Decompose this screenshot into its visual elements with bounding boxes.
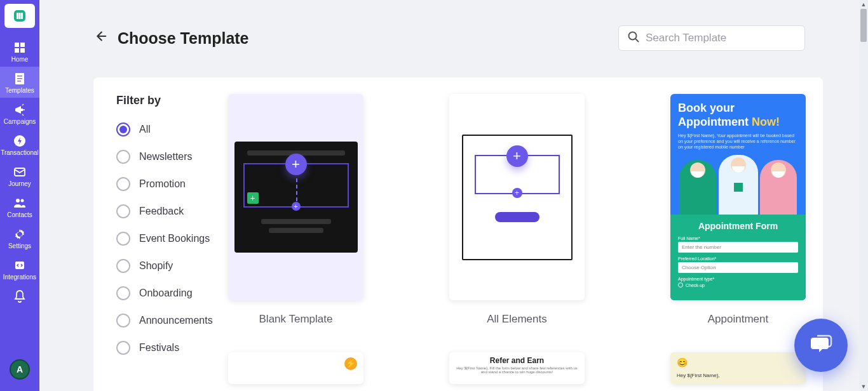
radio-icon: [116, 204, 130, 218]
logo-icon: [12, 8, 27, 23]
scrollbar[interactable]: ▲ ▼: [859, 0, 868, 391]
appointment-sub: Hey ${First Name}, Your appointment will…: [678, 133, 798, 150]
svg-point-18: [629, 32, 637, 40]
nav-integrations[interactable]: Integrations: [0, 253, 39, 284]
chat-fab[interactable]: [794, 319, 848, 372]
bell-icon: [13, 289, 27, 303]
filter-option-festivals[interactable]: Festivals: [116, 341, 226, 355]
svg-rect-3: [21, 13, 23, 19]
templates-icon: [13, 72, 27, 86]
search-input[interactable]: [618, 25, 805, 51]
radio-icon: [116, 259, 130, 273]
template-card-partial-3[interactable]: 😊 Hey ${First Name},: [670, 352, 806, 384]
nav-notifications[interactable]: [0, 284, 39, 305]
avatar-initial: A: [17, 364, 23, 374]
template-card-blank[interactable]: + + +: [228, 94, 363, 300]
template-card-all-elements[interactable]: + +: [449, 94, 585, 300]
emoji-hey: Hey ${First Name},: [677, 373, 799, 378]
radio-icon: [116, 341, 130, 355]
svg-rect-1: [17, 13, 18, 19]
svg-rect-2: [19, 13, 21, 19]
appointment-illustration: [678, 152, 798, 215]
gear-icon: [13, 227, 27, 241]
filter-option-feedback[interactable]: Feedback: [116, 204, 226, 218]
template-card-partial-1[interactable]: ⚡: [228, 352, 363, 384]
svg-rect-7: [20, 48, 25, 53]
app-logo[interactable]: [4, 4, 35, 28]
filter-option-all[interactable]: All: [116, 123, 226, 136]
svg-rect-4: [15, 43, 19, 47]
template-grid: + + + Blank Template: [226, 94, 806, 391]
radio-icon: [116, 177, 130, 191]
refer-title: Refer and Earn: [454, 356, 580, 365]
refer-sub: Hey ${First Name}, Fill the form below a…: [454, 366, 580, 374]
plus-tiny-icon: +: [512, 188, 522, 198]
appointment-form-title: Appointment Form: [678, 221, 798, 231]
nav-transactional-label: Transactional: [1, 149, 39, 156]
template-title: Blank Template: [259, 313, 333, 326]
envelope-icon: [13, 165, 27, 179]
nav-contacts-label: Contacts: [7, 211, 32, 218]
nav-integrations-label: Integrations: [3, 274, 36, 281]
appointment-heading1: Book your: [678, 102, 798, 116]
filter-option-shopify[interactable]: Shopify: [116, 259, 226, 273]
nav-journey-label: Journey: [8, 180, 31, 187]
radio-icon: [116, 286, 130, 300]
content-panel: Filter by All Newsletters Promotion Feed…: [93, 77, 823, 391]
nav-settings-label: Settings: [8, 242, 31, 249]
filter-option-announcements[interactable]: Announcements: [116, 314, 226, 328]
nav-home[interactable]: Home: [0, 36, 39, 67]
radio-icon: [116, 123, 130, 136]
template-title: All Elements: [487, 313, 546, 326]
svg-point-16: [21, 199, 24, 202]
bolt-icon: [13, 134, 27, 148]
plus-icon: +: [506, 145, 528, 167]
plus-icon: +: [285, 154, 307, 175]
plus-small-icon: +: [247, 192, 259, 204]
nav-journey[interactable]: Journey: [0, 160, 39, 191]
integrations-icon: [13, 258, 27, 272]
nav-settings[interactable]: Settings: [0, 222, 39, 253]
filter-option-newsletters[interactable]: Newsletters: [116, 150, 226, 164]
filter-title: Filter by: [116, 94, 226, 107]
template-card-appointment[interactable]: Book your Appointment Now! Hey ${First N…: [670, 94, 806, 300]
svg-rect-10: [17, 78, 22, 79]
search-icon: [627, 30, 640, 46]
svg-rect-12: [21, 109, 23, 111]
bolt-badge-icon: ⚡: [344, 357, 357, 370]
radio-icon: [116, 232, 130, 246]
template-card-refer-earn[interactable]: Refer and Earn Hey ${First Name}, Fill t…: [449, 352, 585, 384]
megaphone-icon: [13, 103, 27, 117]
template-title: Appointment: [708, 313, 768, 326]
page-title: Choose Template: [118, 29, 249, 48]
scroll-up-icon[interactable]: ▲: [859, 0, 868, 9]
nav-contacts[interactable]: Contacts: [0, 191, 39, 222]
filter-option-promotion[interactable]: Promotion: [116, 177, 226, 191]
chat-icon: [807, 331, 835, 359]
scroll-thumb[interactable]: [860, 9, 867, 42]
svg-rect-9: [17, 76, 22, 77]
nav-transactional[interactable]: Transactional: [0, 129, 39, 160]
back-arrow-icon[interactable]: [93, 29, 107, 47]
svg-rect-5: [20, 43, 25, 47]
avatar[interactable]: A: [10, 359, 30, 380]
filter-option-onboarding[interactable]: Onboarding: [116, 286, 226, 300]
sidebar: Home Templates Campaigns Transactional J…: [0, 0, 39, 391]
header: Choose Template: [39, 0, 859, 58]
filter-option-event-bookings[interactable]: Event Bookings: [116, 232, 226, 246]
nav-templates[interactable]: Templates: [0, 67, 39, 98]
main: Choose Template Filter by All Newsletter…: [39, 0, 859, 391]
radio-icon: [116, 150, 130, 164]
nav-home-label: Home: [11, 56, 29, 63]
nav-campaigns-label: Campaigns: [4, 118, 36, 125]
nav-templates-label: Templates: [5, 87, 34, 94]
svg-rect-6: [15, 48, 19, 53]
search-wrap: [618, 25, 805, 51]
radio-icon: [116, 314, 130, 328]
scroll-down-icon[interactable]: ▼: [859, 382, 868, 391]
contacts-icon: [13, 196, 27, 210]
svg-rect-11: [17, 81, 21, 82]
plus-tiny-icon: +: [292, 202, 301, 211]
nav-campaigns[interactable]: Campaigns: [0, 98, 39, 129]
svg-point-15: [16, 199, 20, 202]
